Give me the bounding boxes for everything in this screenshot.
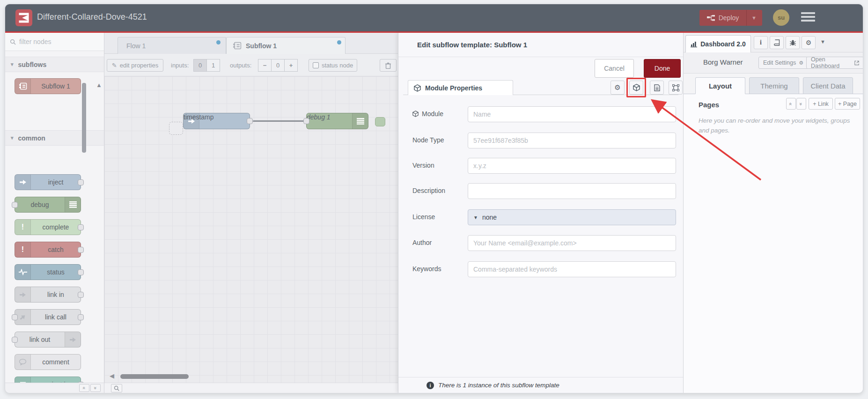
description-input[interactable] [468, 183, 676, 199]
edit-settings-button[interactable]: Edit Settings ⚙ [758, 57, 808, 69]
outputs-increment-button[interactable]: + [284, 59, 298, 72]
tab-theming[interactable]: Theming [749, 77, 799, 94]
inputs-count-selected[interactable]: 0 [193, 59, 207, 72]
deploy-options-caret[interactable]: ▼ [746, 10, 761, 26]
description-tab-button[interactable] [650, 81, 664, 95]
version-input[interactable] [468, 158, 676, 174]
input-port[interactable] [12, 337, 18, 343]
subflow-output-stub[interactable] [375, 117, 385, 126]
bar-chart-icon [691, 41, 697, 47]
input-port[interactable] [303, 118, 309, 124]
deploy-icon [707, 15, 715, 21]
output-port[interactable] [78, 292, 84, 298]
user-avatar[interactable]: su [773, 9, 789, 26]
canvas-node-timestamp[interactable]: timestamp [183, 113, 250, 129]
palette-scrollbar[interactable] [82, 83, 86, 153]
edit-properties-tab-button[interactable]: ⚙ [611, 81, 625, 95]
tab-module-properties[interactable]: Module Properties [408, 80, 513, 95]
palette-node-link-call[interactable]: link call [15, 309, 81, 325]
header-bar: Different-Collared-Dove-4521 Deploy ▼ su [5, 4, 863, 31]
author-input[interactable] [468, 235, 676, 251]
description-field-label: Description [412, 187, 445, 194]
link-in-icon [15, 287, 31, 302]
output-port[interactable] [78, 247, 84, 253]
edit-properties-button[interactable]: ✎ edit properties [107, 59, 163, 72]
expand-palette-button[interactable]: » [90, 384, 101, 392]
workspace-title: Different-Collared-Dove-4521 [37, 12, 147, 22]
tab-flow-1[interactable]: Flow 1 [118, 37, 226, 54]
palette-node-debug[interactable]: debug [15, 197, 81, 213]
appearance-tab-button[interactable] [669, 81, 683, 95]
module-input[interactable] [468, 106, 676, 122]
palette-footer: « » [5, 383, 104, 393]
keywords-input[interactable] [468, 261, 676, 277]
palette-node-catch[interactable]: ! catch [15, 242, 81, 258]
deploy-button[interactable]: Deploy ▼ [699, 10, 762, 26]
main-menu-button[interactable] [801, 12, 815, 23]
pages-help-text: Here you can re-order and move your widg… [699, 116, 855, 136]
inputs-count-alt[interactable]: 1 [206, 59, 220, 72]
canvas-node-debug-1[interactable]: debug 1 [306, 113, 368, 129]
subflow-icon [233, 42, 242, 50]
inject-icon [15, 175, 31, 190]
palette-scroll-up-icon[interactable]: ▲ [96, 81, 102, 89]
open-dashboard-button[interactable]: Open Dashboard [806, 57, 863, 69]
config-nodes-tab-button[interactable]: ⚙ [802, 36, 816, 49]
object-frame-icon [672, 84, 679, 91]
sidebar-collapse-caret[interactable]: ▼ [820, 39, 825, 44]
move-page-down-button[interactable]: » [796, 98, 806, 110]
output-port[interactable] [78, 179, 84, 185]
done-button[interactable]: Done [644, 59, 681, 78]
input-port[interactable] [12, 314, 18, 320]
palette-section-subflows[interactable]: ▾ subflows [5, 57, 104, 72]
zoom-search-button[interactable] [111, 384, 122, 392]
node-red-logo-icon [15, 9, 32, 26]
node-type-input[interactable] [468, 133, 676, 148]
debug-tab-button[interactable] [786, 36, 800, 49]
palette-node-comment[interactable]: comment [15, 354, 81, 370]
gear-icon: ⚙ [799, 60, 803, 66]
palette-filter[interactable]: filter nodes [5, 33, 104, 51]
palette-node-complete[interactable]: ! complete [15, 219, 81, 235]
palette-node-status[interactable]: status [15, 264, 81, 280]
subflow-input-stub[interactable] [169, 122, 183, 135]
cube-icon [412, 111, 419, 117]
tab-layout[interactable]: Layout [695, 77, 745, 94]
palette-node-link-in[interactable]: link in [15, 287, 81, 303]
palette-filter-placeholder: filter nodes [19, 38, 51, 45]
add-page-button[interactable]: + Page [835, 98, 860, 110]
deploy-label: Deploy [719, 14, 739, 22]
debug-icon [352, 113, 368, 129]
gear-icon: ⚙ [614, 83, 620, 92]
move-page-up-button[interactable]: « [786, 98, 796, 110]
info-tab-button[interactable]: i [754, 36, 768, 49]
output-port[interactable] [78, 269, 84, 275]
scroll-left-icon[interactable]: ◀ [110, 372, 114, 379]
tab-subflow-1[interactable]: Subflow 1 [226, 37, 346, 54]
delete-subflow-button[interactable] [380, 59, 397, 72]
palette-node-subflow-1[interactable]: Subflow 1 [15, 78, 81, 94]
palette-node-inject[interactable]: inject [15, 174, 81, 190]
help-tab-button[interactable] [770, 36, 784, 49]
input-port[interactable] [12, 202, 18, 208]
add-link-button[interactable]: + Link [809, 98, 833, 110]
status-node-toggle[interactable]: status node [309, 59, 357, 72]
output-port[interactable] [78, 224, 84, 230]
collapse-palette-button[interactable]: « [79, 384, 89, 392]
palette-node-link-out[interactable]: link out [15, 332, 81, 347]
license-select[interactable]: ▼ none [468, 209, 676, 225]
chevron-down-icon: ▾ [11, 135, 14, 141]
tab-dashboard-2[interactable]: Dashboard 2.0 [685, 35, 751, 52]
canvas-h-scrollbar[interactable] [120, 374, 189, 379]
output-port[interactable] [247, 118, 253, 124]
debug-icon [65, 197, 81, 212]
subflow-icon [15, 79, 31, 94]
outputs-decrement-button[interactable]: − [258, 59, 272, 72]
outputs-count[interactable]: 0 [271, 59, 285, 72]
palette-section-common[interactable]: ▾ common [5, 130, 104, 146]
cancel-button[interactable]: Cancel [595, 59, 634, 78]
wire[interactable] [253, 120, 307, 122]
output-port[interactable] [78, 314, 84, 320]
edit-subflow-dialog: Edit subflow template: Subflow 1 Cancel … [398, 33, 683, 393]
tab-client-data[interactable]: Client Data [803, 77, 853, 94]
